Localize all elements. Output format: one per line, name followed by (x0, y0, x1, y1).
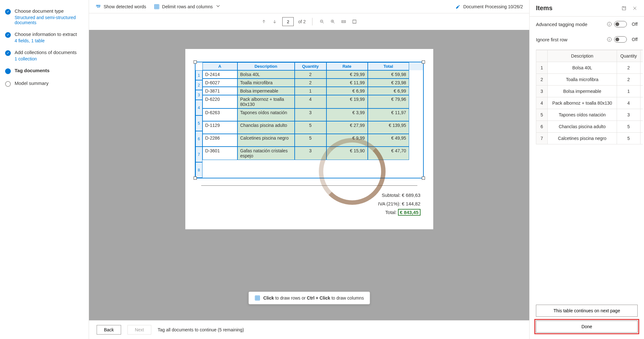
grid-cell[interactable]: 1 (295, 87, 326, 95)
grid-row-number[interactable]: 5 (195, 115, 202, 131)
grid-cell[interactable]: 2 (295, 79, 326, 87)
fit-width-icon[interactable] (340, 18, 347, 25)
fit-page-icon[interactable] (351, 18, 358, 25)
grid-cell[interactable]: € 15,90 (326, 147, 368, 160)
grid-cell[interactable]: € 9,99 (326, 134, 368, 147)
grid-row-number[interactable]: 8 (195, 162, 202, 178)
items-table-cell[interactable]: Bolsa 40L (548, 62, 617, 74)
grid-cell[interactable]: € 6,99 (368, 87, 409, 95)
grid-cell[interactable]: Toalla microfibra (237, 79, 295, 87)
resize-handle-icon[interactable] (422, 176, 425, 180)
items-table-header[interactable] (536, 50, 548, 62)
items-table-cell[interactable]: 5 (536, 109, 548, 121)
document-name[interactable]: Document Processing 10/26/2 (456, 4, 523, 9)
resize-handle-icon[interactable] (422, 60, 425, 64)
document-page[interactable]: ADescriptionQuantityRateTotal 12345678 D… (185, 49, 433, 229)
grid-cell[interactable]: Chanclas piscina adulto (237, 121, 295, 134)
items-table-cell[interactable]: € 29, (640, 62, 643, 74)
done-button[interactable]: Done (536, 321, 638, 333)
zoom-in-icon[interactable] (330, 18, 336, 25)
grid-row-number[interactable]: 6 (195, 131, 202, 147)
resize-handle-icon[interactable] (194, 60, 197, 64)
grid-cell[interactable]: Tapones oídos natación (237, 108, 295, 121)
show-detected-words-button[interactable]: Show detected words (95, 4, 146, 10)
grid-cell[interactable]: € 139,95 (368, 121, 409, 134)
ignore-first-row-toggle[interactable] (614, 36, 627, 43)
grid-cell[interactable]: D-2414 (202, 70, 237, 79)
items-table-header[interactable]: Quantity (617, 50, 641, 62)
items-table-cell[interactable]: € 6,9 (640, 86, 643, 97)
items-table-header[interactable]: Rat (640, 50, 643, 62)
items-table-cell[interactable]: € 9,9 (640, 133, 643, 144)
items-table-header[interactable]: Description (548, 50, 617, 62)
grid-cell[interactable]: 5 (295, 121, 326, 134)
items-table-cell[interactable]: 3 (536, 86, 548, 97)
grid-cell[interactable]: 3 (295, 147, 326, 160)
grid-cell[interactable]: Gafas natación cristales espejo (237, 147, 295, 160)
items-table-cell[interactable]: 2 (617, 74, 641, 86)
grid-cell[interactable]: D-1129 (202, 121, 237, 134)
items-table-cell[interactable]: 7 (536, 133, 548, 144)
grid-cell[interactable]: € 3,99 (326, 108, 368, 121)
items-table-cell[interactable]: 4 (617, 97, 641, 109)
items-table-cell[interactable]: Tapones oídos natación (548, 109, 617, 121)
info-icon[interactable]: i (607, 22, 612, 26)
grid-cell[interactable]: D-2286 (202, 134, 237, 147)
items-table-cell[interactable]: € 19, (640, 97, 643, 109)
total-tagged-value[interactable]: € 843,45 (398, 209, 420, 216)
step-item[interactable]: Add collections of documents1 collection (4, 46, 85, 65)
page-down-icon[interactable] (271, 18, 278, 25)
grid-row-number[interactable]: 2 (195, 80, 202, 90)
zoom-out-icon[interactable] (319, 18, 325, 25)
items-table-cell[interactable]: 1 (536, 62, 548, 74)
items-table-cell[interactable]: 5 (617, 121, 641, 133)
table-selection-overlay[interactable]: ADescriptionQuantityRateTotal 12345678 D… (195, 62, 424, 178)
grid-cell[interactable]: D-3871 (202, 87, 237, 95)
items-table-cell[interactable]: Pack albornoz + toalla 80x130 (548, 97, 617, 109)
grid-cell[interactable]: € 27,99 (326, 121, 368, 134)
items-table-cell[interactable]: € 27, (640, 121, 643, 133)
items-table-cell[interactable]: Calcetines piscina negro (548, 133, 617, 144)
grid-cell[interactable]: € 49,95 (368, 134, 409, 147)
items-table-cell[interactable]: 6 (536, 121, 548, 133)
items-table-scroll[interactable]: DescriptionQuantityRat1Bolsa 40L2€ 29,2T… (536, 50, 643, 300)
grid-cell[interactable]: € 47,70 (368, 147, 409, 160)
grid-row-number[interactable]: 4 (195, 100, 202, 115)
grid-cell[interactable]: D-6220 (202, 95, 237, 108)
grid-cell[interactable]: D-6263 (202, 108, 237, 121)
info-icon[interactable]: i (607, 37, 612, 42)
items-table-cell[interactable]: 1 (617, 86, 641, 97)
delimit-rows-columns-button[interactable]: Delimit rows and columns (154, 3, 221, 10)
grid-cell[interactable]: D-6027 (202, 79, 237, 87)
page-number-input[interactable] (282, 17, 294, 26)
grid-cell[interactable]: 3 (295, 108, 326, 121)
canvas-scroll-area[interactable]: ADescriptionQuantityRateTotal 12345678 D… (89, 30, 529, 320)
grid-cell[interactable]: Bolsa impermeable (237, 87, 295, 95)
grid-cell[interactable]: € 6,99 (326, 87, 368, 95)
grid-row-number[interactable]: 1 (195, 70, 202, 80)
grid-cell[interactable]: € 59,98 (368, 70, 409, 79)
grid-cell[interactable]: € 29,99 (326, 70, 368, 79)
back-button[interactable]: Back (97, 325, 121, 335)
items-table-cell[interactable]: Toalla microfibra (548, 74, 617, 86)
grid-cell[interactable]: Pack albornoz + toalla 80x130 (237, 95, 295, 108)
step-item[interactable]: Choose document typeStructured and semi-… (4, 5, 85, 28)
grid-cell[interactable]: 2 (295, 70, 326, 79)
grid-cell[interactable]: € 19,99 (326, 95, 368, 108)
popout-icon[interactable] (621, 5, 627, 11)
grid-column-header[interactable]: Total (368, 62, 409, 70)
grid-row-number[interactable]: 3 (195, 90, 202, 100)
grid-cell[interactable]: € 79,96 (368, 95, 409, 108)
close-icon[interactable] (632, 5, 638, 11)
items-table-cell[interactable]: 4 (536, 97, 548, 109)
items-table-cell[interactable]: € 3,9 (640, 109, 643, 121)
items-table-cell[interactable]: 2 (536, 74, 548, 86)
grid-column-header[interactable]: A (202, 62, 237, 70)
items-table-cell[interactable]: Bolsa impermeable (548, 86, 617, 97)
step-item[interactable]: Choose information to extract4 fields, 1… (4, 28, 85, 46)
grid-cell[interactable]: D-3601 (202, 147, 237, 160)
items-table-cell[interactable]: 3 (617, 109, 641, 121)
grid-cell[interactable]: € 11,97 (368, 108, 409, 121)
step-item[interactable]: Model summary (4, 77, 85, 90)
grid-cell[interactable]: 5 (295, 134, 326, 147)
